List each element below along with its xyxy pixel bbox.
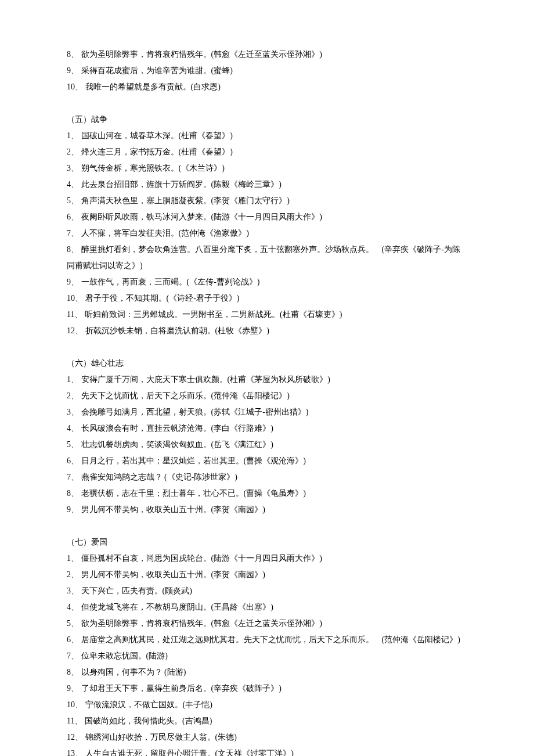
list-item: 8、 欲为圣明除弊事，肯将衰朽惜残年。(韩愈《左迁至蓝关示侄孙湘》) (67, 46, 467, 63)
list-item: 6、 日月之行，若出其中；星汉灿烂，若出其里。(曹操《观沧海》) (67, 453, 467, 469)
list-item: 5、 欲为圣明除弊事，肯将衰朽惜残年。(韩愈《左迁之蓝关示侄孙湘》) (67, 615, 467, 632)
list-item: 11、 国破尚如此，我何惜此头。(吉鸿昌) (67, 713, 467, 729)
list-item: 2、 先天下之忧而忧，后天下之乐而乐。(范仲淹《岳阳楼记》) (67, 388, 467, 404)
list-item: 8、 醉里挑灯看剑，梦会吹角连营。八百里分麾下炙，五十弦翻塞外声。沙场秋点兵。 … (67, 242, 467, 274)
list-item: 2、 烽火连三月，家书抵万金。(杜甫《春望》) (67, 144, 467, 160)
list-item: 1、 安得广厦千万间，大庇天下寒士俱欢颜。(杜甫《茅屋为秋风所破歌》) (67, 372, 467, 388)
list-item: 1、 国破山河在，城春草木深。(杜甫《春望》) (67, 128, 467, 144)
list-item: 4、 此去泉台招旧部，旌旗十万斩阎罗。(陈毅《梅岭三章》) (67, 177, 467, 193)
list-item: 4、 长风破浪会有时，直挂云帆济沧海。(李白《行路难》) (67, 420, 467, 437)
section-title: （五）战争 (67, 111, 467, 128)
list-item: 9、 一鼓作气，再而衰，三而竭。(《左传-曹刿论战》) (67, 274, 467, 290)
list-item: 13、 人生自古谁无死，留取丹心照汗青。(文天祥《过零丁洋》) (67, 746, 467, 756)
list-item: 5、 角声满天秋色里，塞上胭脂凝夜紫。(李贺《雁门太守行》) (67, 193, 467, 209)
document-page: 8、 欲为圣明除弊事，肯将衰朽惜残年。(韩愈《左迁至蓝关示侄孙湘》)9、 采得百… (0, 0, 534, 756)
list-item: 3、 朔气传金柝，寒光照铁衣。(《木兰诗》) (67, 160, 467, 177)
list-item: 8、 老骥伏枥，志在千里；烈士暮年，壮心不已。(曹操《龟虽寿》) (67, 485, 467, 502)
list-item: 10、 君子于役，不知其期。(《诗经-君子于役》) (67, 290, 467, 307)
list-item: 5、 壮志饥餐胡虏肉，笑谈渴饮匈奴血。(岳飞《满江红》) (67, 437, 467, 453)
list-item: 10、 宁做流浪汉，不做亡国奴。(丰子恺) (67, 697, 467, 713)
list-item: 7、 人不寐，将军白发征夫泪。(范仲淹《渔家傲》) (67, 225, 467, 242)
section-title: （七）爱国 (67, 534, 467, 550)
list-item: 3、 天下兴亡，匹夫有责。(顾炎武) (67, 583, 467, 599)
list-item: 7、 燕雀安知鸿鹄之志哉？ (《史记-陈涉世家》) (67, 469, 467, 485)
list-item: 1、 僵卧孤村不自哀，尚思为国戍轮台。(陆游《十一月四日风雨大作》) (67, 550, 467, 567)
list-item: 11、 听妇前致词：三男邺城戍。一男附书至，二男新战死。(杜甫《石壕吏》) (67, 307, 467, 323)
list-item: 3、 会挽雕弓如满月，西北望，射天狼。(苏轼《江城子-密州出猎》) (67, 404, 467, 420)
list-item: 10、 我唯一的希望就是多有贡献。(白求恩) (67, 79, 467, 95)
list-item: 8、 以身殉国，何事不为？ (陆游) (67, 664, 467, 681)
list-item: 2、 男儿何不带吴钩，收取关山五十州。(李贺《南园》) (67, 567, 467, 583)
list-item: 9、 男儿何不带吴钩，收取关山五十州。(李贺《南园》) (67, 502, 467, 518)
list-item: 9、 采得百花成蜜后，为谁辛苦为谁甜。(蜜蜂) (67, 63, 467, 79)
list-item: 7、 位卑未敢忘忧国。(陆游) (67, 648, 467, 664)
content-area: 8、 欲为圣明除弊事，肯将衰朽惜残年。(韩愈《左迁至蓝关示侄孙湘》)9、 采得百… (67, 46, 467, 756)
list-item: 12、 折戟沉沙铁未销，自将磨洗认前朝。(杜牧《赤壁》) (67, 323, 467, 339)
section-title: （六）雄心壮志 (67, 355, 467, 372)
list-item: 12、 锦绣河山好收拾，万民尽做主人翁。(朱德) (67, 729, 467, 746)
list-item: 6、 夜阑卧听风吹雨，铁马冰河入梦来。(陆游《十一月四日风雨大作》) (67, 209, 467, 225)
list-item: 6、 居庙堂之高则忧其民，处江湖之远则忧其君。先天下之忧而忧，后天下之乐而乐。 … (67, 632, 467, 648)
list-item: 4、 但使龙城飞将在，不教胡马度阴山。(王昌龄《出塞》) (67, 599, 467, 615)
list-item: 9、 了却君王天下事，赢得生前身后名。(辛弃疾《破阵子》) (67, 681, 467, 697)
